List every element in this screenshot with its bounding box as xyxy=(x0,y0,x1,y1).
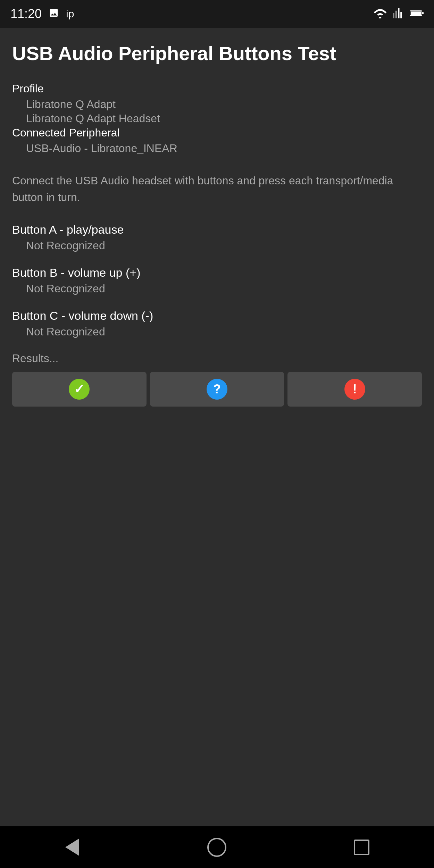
connected-peripheral-label: Connected Peripheral xyxy=(12,126,422,139)
button-a-label: Button A - play/pause xyxy=(12,223,422,236)
exclamation-icon xyxy=(353,382,357,397)
skip-icon-circle xyxy=(207,379,227,400)
skip-button[interactable] xyxy=(150,372,284,407)
back-icon xyxy=(65,838,79,856)
svg-rect-1 xyxy=(411,11,421,15)
pass-icon-circle xyxy=(69,379,90,400)
instruction-text: Connect the USB Audio headset with butto… xyxy=(12,172,422,206)
status-bar: 11:20 ip xyxy=(0,0,434,28)
nav-back-button[interactable] xyxy=(58,833,86,861)
button-c-label: Button C - volume down (-) xyxy=(12,309,422,323)
button-b-status: Not Recognized xyxy=(26,282,422,295)
button-a-section: Button A - play/pause Not Recognized xyxy=(12,223,422,252)
svg-rect-2 xyxy=(422,12,424,14)
nav-home-button[interactable] xyxy=(203,833,231,861)
status-bar-right xyxy=(373,8,424,20)
action-buttons xyxy=(12,372,422,407)
status-time: 11:20 xyxy=(10,7,42,21)
ip-label: ip xyxy=(66,8,74,20)
button-a-status: Not Recognized xyxy=(26,239,422,252)
checkmark-icon xyxy=(74,382,84,397)
nav-bar xyxy=(0,826,434,868)
connected-peripheral-section: Connected Peripheral USB-Audio - Librato… xyxy=(12,126,422,172)
main-content: USB Audio Peripheral Buttons Test Profil… xyxy=(0,28,434,826)
status-bar-left: 11:20 ip xyxy=(10,7,74,21)
button-b-label: Button B - volume up (+) xyxy=(12,266,422,279)
battery-icon xyxy=(410,8,424,20)
button-b-section: Button B - volume up (+) Not Recognized xyxy=(12,266,422,295)
fail-button[interactable] xyxy=(287,372,422,407)
results-label: Results... xyxy=(12,352,422,365)
question-icon xyxy=(213,382,221,397)
button-c-section: Button C - volume down (-) Not Recognize… xyxy=(12,309,422,338)
profile-item-1: Libratone Q Adapt xyxy=(26,98,422,111)
profile-label: Profile xyxy=(12,82,422,95)
nav-recent-button[interactable] xyxy=(348,833,376,861)
connected-device: USB-Audio - Libratone_INEAR xyxy=(26,142,422,155)
image-icon xyxy=(49,8,59,20)
home-icon xyxy=(207,838,226,857)
page-title: USB Audio Peripheral Buttons Test xyxy=(12,42,422,65)
recent-icon xyxy=(354,840,369,855)
profile-section: Profile Libratone Q Adapt Libratone Q Ad… xyxy=(12,82,422,126)
fail-icon-circle xyxy=(344,379,365,400)
wifi-icon xyxy=(373,8,387,20)
button-c-status: Not Recognized xyxy=(26,325,422,338)
signal-icon xyxy=(392,8,404,20)
pass-button[interactable] xyxy=(12,372,147,407)
profile-item-2: Libratone Q Adapt Headset xyxy=(26,112,422,125)
